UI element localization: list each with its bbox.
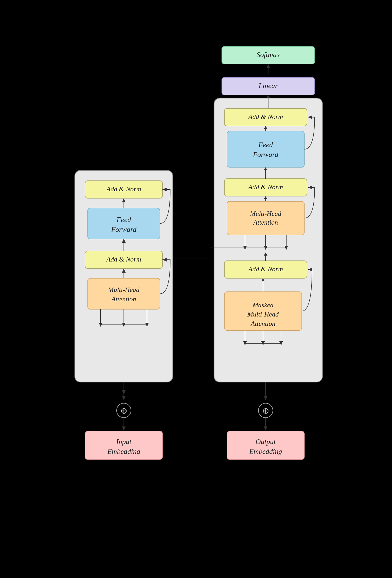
masked-mha-label3: Attention: [250, 320, 275, 327]
encoder-add-norm-2-label: Add & Norm: [106, 256, 141, 263]
decoder-mha: [227, 201, 304, 235]
decoder-add-norm-mid-label: Add & Norm: [248, 183, 283, 191]
decoder-ff-label2: Forward: [253, 151, 279, 159]
svg-marker-27: [266, 95, 270, 98]
decoder-mha-label2: Attention: [253, 219, 278, 226]
svg-marker-18: [122, 396, 126, 400]
encoder-ff-label2: Forward: [111, 225, 137, 233]
encoder-ff: [88, 208, 160, 239]
encoder-mha-label2: Attention: [111, 295, 136, 303]
encoder-add-norm-1-label: Add & Norm: [106, 185, 141, 193]
svg-marker-20: [122, 426, 126, 431]
masked-mha-label: Masked: [252, 301, 274, 309]
svg-marker-23: [266, 64, 270, 68]
decoder-plus-symbol: ⊕: [262, 406, 269, 415]
decoder-ff-label: Feed: [258, 141, 273, 149]
encoder-mha-label: Multi-Head: [108, 286, 140, 294]
decoder-mha-label: Multi-Head: [250, 210, 281, 217]
output-embedding-label: Output: [256, 438, 276, 446]
linear-label: Linear: [258, 82, 278, 90]
decoder-add-norm-top-label: Add & Norm: [248, 113, 283, 121]
decoder-ff: [227, 131, 304, 167]
encoder-mha: [88, 278, 160, 309]
encoder-ff-label: Feed: [116, 216, 131, 224]
input-embedding-label2: Embedding: [107, 447, 140, 455]
svg-marker-61: [264, 426, 267, 431]
encoder-plus-symbol: ⊕: [120, 406, 127, 415]
output-embedding-label2: Embedding: [249, 447, 282, 455]
input-embedding-label: Input: [116, 438, 132, 446]
masked-mha-label2: Multi-Head: [247, 311, 279, 318]
decoder-add-norm-bot-label: Add & Norm: [248, 265, 283, 273]
softmax-label: Softmax: [257, 51, 280, 59]
svg-marker-59: [264, 396, 267, 400]
